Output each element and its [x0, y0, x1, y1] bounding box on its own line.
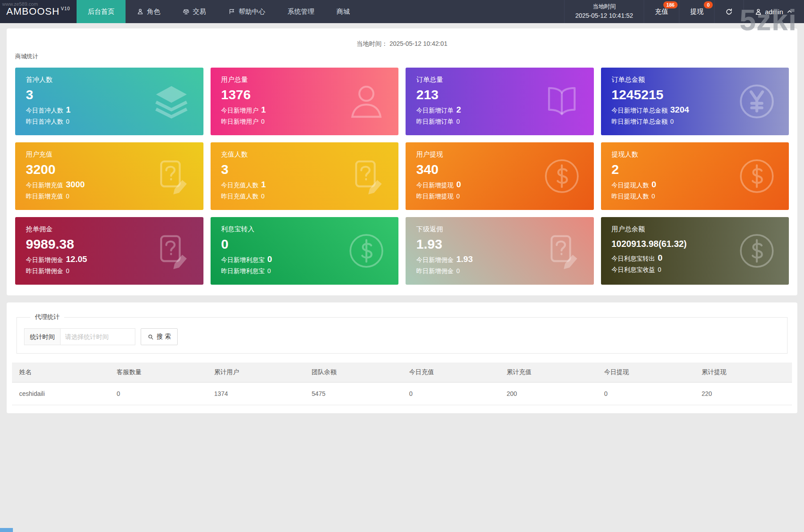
corner-accent — [0, 528, 13, 532]
stat-card-total-order-amount: 订单总金额1245215今日新增订单总金额3204昨日新增订单总金额0 — [601, 68, 789, 135]
stat-time-input[interactable] — [61, 328, 135, 345]
menu-item-label: 商城 — [337, 8, 350, 16]
table-header-6: 今日提现 — [597, 363, 694, 383]
page-time-label: 当地时间： — [357, 40, 388, 47]
menu-item-shop[interactable]: 商城 — [325, 0, 361, 23]
stat-card-user-withdraw: 用户提现340今日新增提现0昨日新增提现0 — [406, 142, 594, 210]
menu-item-help[interactable]: 帮助中心 — [217, 0, 276, 23]
navbar: AMBOOSHV10 后台首页角色交易帮助中心系统管理商城 当地时间 2025-… — [0, 0, 804, 23]
table-header-row: 姓名客服数量累计用户团队余额今日充值累计充值今日提现累计提现 — [12, 363, 792, 383]
table-cell: 0 — [597, 383, 694, 405]
doc-question-icon — [151, 156, 192, 197]
menu-item-home[interactable]: 后台首页 — [77, 0, 126, 23]
flag-icon — [228, 8, 236, 15]
table-cell: ceshidaili — [12, 383, 110, 405]
book-icon — [541, 81, 582, 122]
menu-item-trade[interactable]: 交易 — [171, 0, 217, 23]
recharge-nav-item[interactable]: 充值 186 — [644, 0, 679, 23]
page-time-value: 2025-05-12 10:42:01 — [390, 40, 447, 47]
navbar-right: 当地时间 2025-05-12 10:41:52 充值 186 提现 0 adm… — [564, 0, 804, 23]
table-cell: 200 — [499, 383, 597, 405]
chevron-up-icon — [786, 8, 793, 16]
stat-card-first-recharge-users: 首冲人数3今日首冲人数1昨日首冲人数0 — [15, 68, 203, 135]
menu-item-system[interactable]: 系统管理 — [276, 0, 325, 23]
stat-card-withdraw-users: 提现人数2今日提现人数0昨日提现人数0 — [601, 142, 789, 210]
withdraw-label: 提现 — [690, 8, 703, 16]
agent-legend: 代理统计 — [30, 313, 64, 321]
menu-item-roles[interactable]: 角色 — [126, 0, 171, 23]
menu-item-label: 系统管理 — [288, 8, 314, 16]
stat-card-total-balance: 用户总余额1020913.98(61.32)今日利息宝转出0今日利息宝收益0 — [601, 217, 789, 285]
stat-card-sub-rebate: 下级返佣1.93今日新增佣金1.93昨日新增佣金0 — [406, 217, 594, 285]
refresh-button[interactable] — [714, 0, 743, 23]
dollar-icon — [346, 230, 387, 271]
logo-text: AMBOOSH — [6, 6, 59, 17]
doc-question-icon — [151, 230, 192, 271]
agent-table: 姓名客服数量累计用户团队余额今日充值累计充值今日提现累计提现ceshidaili… — [12, 363, 792, 405]
menu-item-label: 帮助中心 — [239, 8, 265, 16]
table-header-7: 累计提现 — [694, 363, 792, 383]
table-header-0: 姓名 — [12, 363, 110, 383]
search-icon — [147, 334, 154, 340]
dollar-icon — [736, 230, 777, 271]
admin-username: admin — [765, 8, 783, 16]
menu-item-label: 交易 — [193, 8, 206, 16]
refresh-icon — [725, 8, 733, 16]
table-row: ceshidaili01374547502000220 — [12, 383, 792, 405]
table-cell: 1374 — [207, 383, 305, 405]
recharge-label: 充值 — [655, 8, 668, 16]
section-title-shop-stats: 商城统计 — [15, 52, 789, 60]
doc-question-icon — [346, 156, 387, 197]
menu-item-label: 角色 — [147, 8, 160, 16]
dollar-icon — [541, 156, 582, 197]
stat-card-total-users: 用户总量1376今日新增用户1昨日新增用户0 — [211, 68, 399, 135]
search-button[interactable]: 搜 索 — [141, 328, 178, 345]
menu-item-label: 后台首页 — [88, 8, 114, 16]
scales-icon — [183, 8, 190, 15]
main-content: 当地时间： 2025-05-12 10:42:01 商城统计 首冲人数3今日首冲… — [0, 23, 804, 413]
local-time-value: 2025-05-12 10:41:52 — [575, 11, 633, 21]
table-cell: 0 — [110, 383, 207, 405]
table-cell: 220 — [694, 383, 792, 405]
stat-card-lixibao-in: 利息宝转入0今日新增利息宝0昨日新增利息宝0 — [211, 217, 399, 285]
person-big-icon — [346, 81, 387, 122]
admin-menu[interactable]: admin — [743, 0, 804, 23]
stats-panel: 当地时间： 2025-05-12 10:42:01 商城统计 首冲人数3今日首冲… — [7, 28, 797, 295]
recharge-badge: 186 — [663, 1, 678, 8]
layers-icon — [151, 81, 192, 122]
table-header-5: 累计充值 — [499, 363, 597, 383]
stat-card-order-commission: 抢单佣金9989.38今日新增佣金12.05昨日新增佣金0 — [15, 217, 203, 285]
table-header-1: 客服数量 — [110, 363, 207, 383]
page-time-line: 当地时间： 2025-05-12 10:42:01 — [15, 40, 789, 48]
agent-panel: 代理统计 统计时间 搜 索 姓名客服数量累计用户团队余额今日充值累计充值今日提现… — [7, 302, 797, 413]
watermark-url: www.ze589.com — [2, 1, 38, 7]
stat-card-user-recharge: 用户充值3200今日新增充值3000昨日新增充值0 — [15, 142, 203, 210]
logo-version: V10 — [61, 6, 70, 11]
table-header-2: 累计用户 — [207, 363, 305, 383]
local-time-block: 当地时间 2025-05-12 10:41:52 — [564, 0, 644, 23]
stat-cards-grid: 首冲人数3今日首冲人数1昨日首冲人数0用户总量1376今日新增用户1昨日新增用户… — [15, 68, 789, 285]
table-header-3: 团队余额 — [305, 363, 402, 383]
dollar-icon — [736, 156, 777, 197]
user-icon — [755, 8, 762, 16]
person-icon — [137, 8, 144, 15]
table-cell: 5475 — [305, 383, 402, 405]
withdraw-badge: 0 — [704, 1, 713, 8]
agent-fieldset: 代理统计 统计时间 搜 索 — [16, 313, 788, 354]
stat-card-recharge-users: 充值人数3今日充值人数1昨日充值人数0 — [211, 142, 399, 210]
stat-time-label: 统计时间 — [24, 328, 61, 345]
search-button-label: 搜 索 — [157, 333, 171, 341]
table-header-4: 今日充值 — [402, 363, 499, 383]
withdraw-nav-item[interactable]: 提现 0 — [679, 0, 714, 23]
table-cell: 0 — [402, 383, 499, 405]
local-time-label: 当地时间 — [575, 2, 633, 11]
stat-time-input-group: 统计时间 — [24, 328, 135, 345]
yen-icon — [736, 81, 777, 122]
main-menu: 后台首页角色交易帮助中心系统管理商城 — [77, 0, 361, 23]
agent-filter-row: 统计时间 搜 索 — [24, 328, 780, 345]
stat-card-total-orders: 订单总量213今日新增订单2昨日新增订单0 — [406, 68, 594, 135]
doc-question-icon — [541, 230, 582, 271]
